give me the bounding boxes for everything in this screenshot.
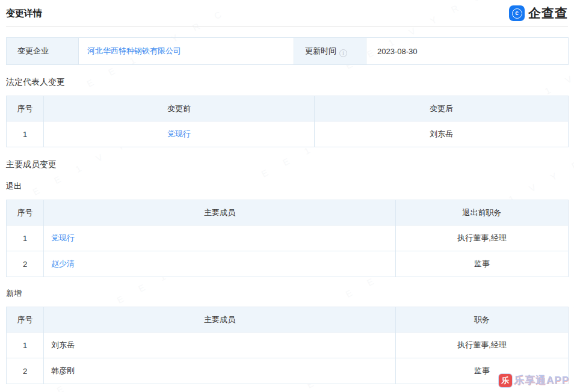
page-title: 变更详情 [6, 8, 42, 19]
header-index: 序号 [7, 307, 44, 332]
qichacha-logo[interactable]: c 企查查 [509, 5, 568, 22]
table-header-row: 序号 变更前 变更后 [7, 96, 569, 121]
brand-name: 企查查 [528, 5, 568, 22]
subsection-title-exit: 退出 [6, 181, 568, 192]
table-row: 1 党现行 刘东岳 [7, 121, 569, 147]
cell-member: 赵少清 [44, 251, 396, 277]
header-position: 退出前职务 [396, 200, 569, 225]
cell-index: 1 [7, 225, 44, 251]
app-watermark-icon: 乐 [499, 374, 512, 387]
table-header-row: 序号 主要成员 职务 [7, 307, 569, 332]
cell-index: 2 [7, 251, 44, 277]
table-row: 1 党现行 执行董事,经理 [7, 225, 569, 251]
info-icon[interactable]: i [339, 49, 347, 57]
app-watermark: 乐 乐享通APP [499, 373, 569, 387]
section-title-legal-rep-change: 法定代表人变更 [6, 77, 568, 88]
person-link[interactable]: 党现行 [51, 233, 75, 242]
top-bar: 变更详情 c 企查查 [6, 0, 568, 27]
cell-member: 刘东岳 [44, 332, 396, 358]
table-row: 2 韩彦刚 监事 [7, 358, 569, 384]
cell-position: 监事 [396, 251, 569, 277]
update-time-value: 2023-08-30 [366, 38, 569, 65]
cell-index: 2 [7, 358, 44, 384]
members-added-table: 序号 主要成员 职务 1 刘东岳 执行董事,经理 2 韩彦刚 监事 [6, 307, 569, 384]
cell-after: 刘东岳 [315, 121, 569, 147]
cell-member: 党现行 [44, 225, 396, 251]
subsection-title-added: 新增 [6, 288, 568, 299]
app-watermark-text: 乐享通APP [514, 373, 569, 387]
qichacha-logo-icon: c [509, 5, 525, 21]
change-info-bar: 变更企业 河北华西特种钢铁有限公司 更新时间i 2023-08-30 [6, 37, 569, 65]
cell-position: 执行董事,经理 [396, 332, 569, 358]
person-link[interactable]: 赵少清 [51, 259, 75, 268]
header-index: 序号 [7, 96, 44, 121]
header-index: 序号 [7, 200, 44, 225]
legal-rep-change-table: 序号 变更前 变更后 1 党现行 刘东岳 [6, 96, 569, 147]
qichacha-logo-glyph: c [512, 8, 522, 19]
person-link[interactable]: 党现行 [167, 129, 191, 138]
company-cell: 河北华西特种钢铁有限公司 [79, 38, 294, 65]
table-row: 1 刘东岳 执行董事,经理 [7, 332, 569, 358]
update-time-cell: 更新时间i [294, 38, 366, 65]
cell-index: 1 [7, 121, 44, 147]
company-label: 变更企业 [7, 38, 79, 65]
cell-before: 党现行 [44, 121, 315, 147]
table-row: 2 赵少清 监事 [7, 251, 569, 277]
update-time-label: 更新时间 [305, 46, 336, 55]
header-position: 职务 [396, 307, 569, 332]
section-title-members-change: 主要成员变更 [6, 159, 568, 170]
table-header-row: 序号 主要成员 退出前职务 [7, 200, 569, 225]
header-member: 主要成员 [44, 200, 396, 225]
cell-member: 韩彦刚 [44, 358, 396, 384]
members-exit-table: 序号 主要成员 退出前职务 1 党现行 执行董事,经理 2 赵少清 监事 [6, 200, 569, 277]
cell-position: 执行董事,经理 [396, 225, 569, 251]
cell-index: 1 [7, 332, 44, 358]
header-before: 变更前 [44, 96, 315, 121]
header-member: 主要成员 [44, 307, 396, 332]
header-after: 变更后 [315, 96, 569, 121]
company-link[interactable]: 河北华西特种钢铁有限公司 [87, 46, 181, 55]
